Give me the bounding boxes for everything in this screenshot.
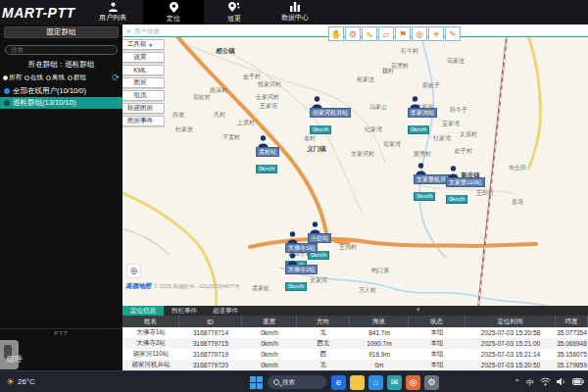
menu-item-6[interactable]: 图层事件 <box>122 116 165 126</box>
mail-icon[interactable]: ✉ <box>387 375 402 390</box>
sidebar-search-input[interactable] <box>5 45 118 55</box>
map-canvas[interactable]: 相公镇石牛村苟家洼苟里村魏村程家洼金子村恨家河村全家河村王家塔惠深村贺屹村乌家山… <box>122 37 588 306</box>
volume-icon[interactable] <box>557 377 566 388</box>
menu-item-2[interactable]: KML <box>122 65 165 75</box>
menu-item-1[interactable]: 设置 <box>122 52 165 63</box>
tab-label: 数据中心 <box>281 13 309 23</box>
filter-label: 所有 <box>9 74 22 82</box>
column-header: ID <box>179 316 242 327</box>
group-list-item[interactable]: 全部在线用户(10/10/0) <box>0 85 122 97</box>
search-icon: ⌕ <box>126 26 131 35</box>
user-search-input[interactable] <box>134 27 330 34</box>
menu-item-5[interactable]: 轨迹图层 <box>122 103 165 114</box>
user-marker[interactable]: 大佛寺2站0km/h <box>285 253 318 292</box>
taskbar-search[interactable]: 搜索 <box>268 375 326 389</box>
filter-radio[interactable]: 离线 <box>46 74 65 82</box>
edge-icon[interactable]: e <box>331 375 346 390</box>
table-row[interactable]: 大佛寺1站31687797140km/h北841.7m本组2025-07-03 … <box>122 327 588 338</box>
refresh-icon[interactable]: ⟳ <box>112 74 120 81</box>
folder-icon[interactable] <box>350 375 365 390</box>
pan-hand-icon[interactable]: ✋ <box>328 26 344 41</box>
polygon-icon[interactable]: ▱ <box>378 26 394 41</box>
place-label: 杜家居 <box>175 125 193 134</box>
user-marker[interactable]: 孟村站0km/h <box>256 135 279 174</box>
user-marker[interactable]: 文家堡110站0km/h <box>446 166 485 205</box>
amap-logo: 高德地图 <box>125 282 151 291</box>
browser-icon[interactable]: ◎ <box>406 375 420 390</box>
tab-data-center[interactable]: 数据中心 <box>265 0 325 24</box>
user-marker[interactable]: 李家沟站0km/h <box>408 96 437 135</box>
start-button[interactable] <box>250 376 263 389</box>
place-label: 石牛村 <box>401 47 418 56</box>
place-label: 卧牛子 <box>450 106 467 115</box>
ime-indicator[interactable]: 中 <box>526 377 534 388</box>
measure-icon[interactable]: ✎ <box>445 26 461 41</box>
table-body: 大佛寺1站31687797140km/h北841.7m本组2025-07-03 … <box>122 327 588 370</box>
filter-radio[interactable]: 群组 <box>68 74 86 82</box>
menu-item-0[interactable]: 工具箱▼ <box>122 39 165 50</box>
settings-icon[interactable]: ⚙ <box>424 375 439 390</box>
taskbar-search-label: 搜索 <box>282 378 295 387</box>
filter-radio[interactable]: 所有 <box>3 74 22 82</box>
table-row[interactable]: 胡家河110站31687797190km/h西916.9m本组2025-07-0… <box>122 349 588 360</box>
gear-icon[interactable]: ⚙ <box>345 26 361 41</box>
place-label: 原塔 <box>512 198 523 207</box>
marker-name-label: 李家沟站 <box>408 108 437 118</box>
table-cell: 0km/h <box>242 360 297 370</box>
patrol-pin-icon <box>228 2 240 13</box>
tab-patrol[interactable]: 巡更 <box>204 0 265 24</box>
table-row[interactable]: 胡家河机井站31687797200km/h北0m本组2025-07-03 15:… <box>122 360 588 370</box>
pinned-apps: e⌂✉◎⚙ <box>331 375 439 390</box>
place-label: 屹子村 <box>455 147 472 156</box>
tab-user-list[interactable]: 用户列表 <box>82 0 143 24</box>
marker-name-label: 大佛寺1站 <box>285 243 318 253</box>
locate-control-button[interactable]: ⊕ <box>126 264 141 278</box>
map-area[interactable]: ⌕ <box>122 24 588 306</box>
person-icon <box>287 253 298 265</box>
search-icon <box>273 379 279 385</box>
flag-icon[interactable]: ⚑ <box>395 26 411 41</box>
menu-item-4[interactable]: 组员 <box>122 90 165 101</box>
circle-icon[interactable]: ◎ <box>412 26 427 41</box>
menu-item-3[interactable]: 图层 <box>122 77 165 88</box>
menu-item-label: KML <box>133 67 146 74</box>
battery-icon[interactable] <box>572 378 584 387</box>
store-icon[interactable]: ⌂ <box>368 375 383 390</box>
cluster-icon[interactable]: ✳ <box>428 26 444 41</box>
table-row[interactable]: 大佛寺2站31687797150km/h西北1090.7m本组2025-07-0… <box>122 338 588 349</box>
app-logo: MART-PTT <box>0 5 82 21</box>
bottom-panel: 定位信息 围栏事件 超速事件 ▾ 姓名ID速度方向海拔状态定位时间纬度 大佛寺1… <box>122 306 588 370</box>
tab-location-info[interactable]: 定位信息 <box>122 306 164 316</box>
group-list-item[interactable]: 巡检群组(13/10/10) <box>0 97 122 109</box>
marker-speed-label: 0km/h <box>310 125 331 134</box>
menu-item-label: 图层 <box>134 78 147 87</box>
tray-chevron-icon[interactable]: ⌃ <box>514 378 520 387</box>
column-header: 速度 <box>242 316 297 327</box>
table-cell: 2025-07-03 15:20:50 <box>466 360 556 370</box>
table-cell: 0km/h <box>242 327 297 338</box>
place-label: 万人村 <box>359 286 376 295</box>
user-marker[interactable]: 胡家河机井站0km/h <box>310 96 351 135</box>
tab-locate[interactable]: 定位 <box>143 0 204 24</box>
radio-icon <box>46 75 51 80</box>
filter-radio[interactable]: 在线 <box>24 74 43 82</box>
tab-fence-events[interactable]: 围栏事件 <box>164 306 205 316</box>
tab-overspeed-events[interactable]: 超速事件 <box>205 306 246 316</box>
radio-icon <box>68 75 73 80</box>
polyline-icon[interactable]: ∿ <box>362 26 377 41</box>
wifi-icon[interactable] <box>540 377 551 388</box>
place-label: 贺家湾 <box>383 140 401 149</box>
column-header: 定位时间 <box>466 316 556 327</box>
column-header: 方向 <box>297 316 350 327</box>
column-header: 纬度 <box>556 316 588 327</box>
marker-name-label: 胡家河机井站 <box>310 108 351 118</box>
radio-icon <box>24 75 29 80</box>
table-cell: 西 <box>297 349 350 360</box>
marker-speed-label: 0km/h <box>408 125 429 134</box>
chevron-down-icon[interactable]: ▾ <box>416 306 420 314</box>
table-cell: 35.066948 <box>556 338 588 349</box>
place-label: 梨屹子 <box>422 81 440 90</box>
fixed-group-header[interactable]: 固定群组 <box>4 26 119 38</box>
ptt-panel-label[interactable]: PTT <box>0 330 122 336</box>
weather-widget[interactable]: ☀ 26°C <box>0 376 35 387</box>
